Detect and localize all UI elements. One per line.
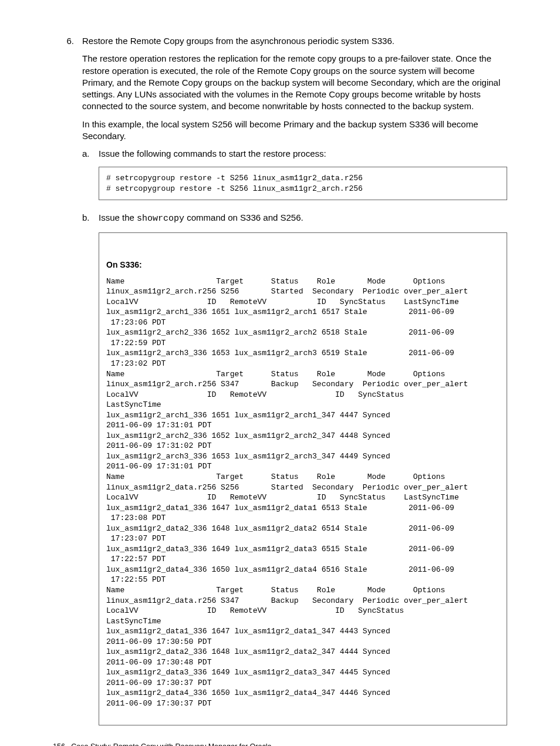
substep-a-code: # setrcopygroup restore -t S256 linux_as… bbox=[99, 167, 507, 200]
step-para-2: In this example, the local system S256 w… bbox=[82, 119, 507, 143]
substep-b-code: On S336:Name Target Status Role Mode Opt… bbox=[99, 232, 507, 726]
substep-b-marker: b. bbox=[82, 212, 99, 224]
step-6: 6. Restore the Remote Copy groups from t… bbox=[53, 35, 507, 731]
substep-a-text: Issue the following commands to start th… bbox=[99, 148, 507, 160]
step-body: Restore the Remote Copy groups from the … bbox=[82, 35, 507, 731]
footer-title: Case Study: Remote Copy with Recovery Ma… bbox=[71, 742, 271, 746]
code-output-s336: Name Target Status Role Mode Options lin… bbox=[106, 277, 468, 708]
step-para-1: The restore operation restores the repli… bbox=[82, 53, 507, 112]
substep-b: b. Issue the showrcopy command on S336 a… bbox=[82, 212, 507, 731]
page-number: 156 bbox=[53, 742, 65, 746]
page-footer: 156 Case Study: Remote Copy with Recover… bbox=[53, 742, 507, 746]
step-number: 6. bbox=[53, 35, 82, 47]
substep-a-marker: a. bbox=[82, 148, 99, 160]
step-title: Restore the Remote Copy groups from the … bbox=[82, 35, 507, 47]
substep-b-text: Issue the showrcopy command on S336 and … bbox=[99, 212, 507, 225]
substep-b-pre: Issue the bbox=[99, 212, 137, 222]
substep-a: a. Issue the following commands to start… bbox=[82, 148, 507, 206]
substep-b-post: command on S336 and S256. bbox=[184, 212, 303, 222]
showrcopy-command: showrcopy bbox=[137, 214, 184, 224]
code-heading-s336: On S336: bbox=[106, 259, 500, 271]
